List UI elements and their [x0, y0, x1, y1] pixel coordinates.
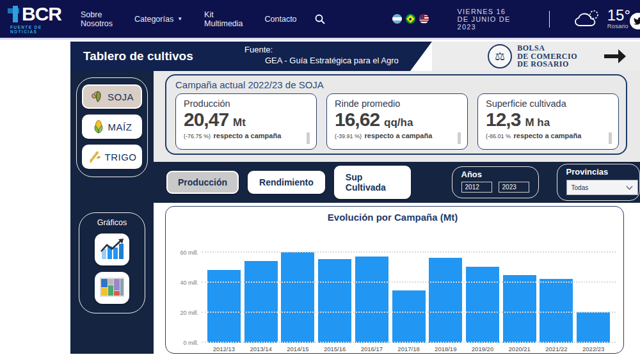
kpi-delta: (-76.75 %) respecto a campaña 21/22 [184, 131, 308, 141]
chart-bar-column [279, 233, 316, 343]
kpi-card-rinde: Rinde promedio 16,62 qq/ha (-39.91 %) re… [326, 93, 468, 150]
brazil-flag-icon[interactable] [406, 14, 415, 24]
weather-city: Rosario [607, 22, 628, 29]
dashboard-header-band: Tablero de cultivos Fuente: GEA - Guía E… [70, 42, 432, 71]
crop-dashboard: Tablero de cultivos Fuente: GEA - Guía E… [70, 42, 640, 358]
top-nav: BCR FUENTE DE NOTICIAS Sobre Nosotros Ca… [0, 0, 640, 40]
crop-button-maiz[interactable]: MAÍZ [82, 115, 142, 139]
tab-produccion[interactable]: Producción [166, 171, 239, 194]
source-label: Fuente: [244, 44, 399, 55]
nav-item-sobre-nosotros[interactable]: Sobre Nosotros [81, 10, 113, 28]
source-value: GEA - Guía Estratégica para el Agro [265, 55, 399, 66]
chart-bar-column [464, 233, 501, 343]
nav-item-kit-multimedia[interactable]: Kit Multimedia [204, 10, 243, 28]
usa-flag-icon[interactable] [419, 14, 429, 24]
chart-bar-column [427, 233, 464, 343]
card-scrollbar[interactable] [458, 132, 461, 144]
dashboard-title: Tablero de cultivos [83, 49, 193, 63]
chart-bar-column [538, 233, 575, 343]
nav-divider [549, 11, 550, 28]
y-tick-label: 0 mill. [183, 340, 198, 346]
tab-rendimiento[interactable]: Rendimiento [248, 171, 325, 194]
bar-chart-icon [99, 237, 125, 262]
x-tick-label: 2015/16 [316, 345, 353, 352]
chart-bar-column [390, 233, 428, 343]
x-tick-label: 2016/17 [353, 345, 390, 352]
controls-band: Producción Rendimiento Sup Cultivada Año… [154, 162, 640, 203]
chart-bar[interactable] [466, 267, 499, 343]
chart-bar[interactable] [281, 252, 314, 343]
year-from-input[interactable] [461, 182, 492, 193]
corn-icon [92, 120, 105, 134]
treemap-icon [99, 276, 125, 299]
card-scrollbar[interactable] [307, 132, 310, 144]
kpi-delta: (-86.01 % respecto a campaña 21/22 [486, 131, 611, 141]
chart-bar[interactable] [392, 290, 426, 343]
years-filter: Años [452, 166, 539, 198]
nav-item-categorias[interactable]: Categorías ▼ [134, 15, 182, 24]
chart-bar[interactable] [318, 259, 351, 343]
kpi-value: 12,3 [486, 110, 520, 129]
x-tick-label: 2012/13 [205, 345, 243, 352]
chart-bar-column [575, 233, 612, 343]
bcr-org-logo: ⚖ BOLSA DE COMERCIO DE ROSARIO [488, 44, 577, 68]
kpi-unit: qq/ha [384, 116, 413, 129]
chart-bar[interactable] [503, 275, 536, 343]
bcr-logo[interactable]: BCR FUENTE DE NOTICIAS [8, 4, 61, 34]
bar-chart-view-button[interactable] [95, 233, 129, 265]
treemap-view-button[interactable] [95, 272, 129, 304]
chevron-down-icon [626, 186, 633, 190]
twitter-icon[interactable] [630, 13, 640, 29]
crop-sidebar: SOJA MAÍZ [70, 71, 154, 354]
x-tick-label: 2020/21 [501, 345, 538, 352]
chart-x-axis: 2012/132013/142014/152015/162016/172017/… [205, 345, 612, 352]
chevron-down-icon: ▼ [177, 16, 182, 22]
years-label: Años [461, 170, 529, 179]
dashboard-header: Tablero de cultivos Fuente: GEA - Guía E… [70, 42, 640, 71]
x-tick-label: 2014/15 [279, 345, 316, 352]
next-arrow-icon[interactable] [604, 49, 626, 63]
weather-temp: 15° [607, 8, 630, 22]
nav-date: VIERNES 16 DE JUNIO DE 2023 [458, 8, 518, 31]
provinces-filter: Provincias Todas [557, 164, 640, 201]
nav-item-contacto[interactable]: Contacto [265, 15, 297, 24]
chart-card: Evolución por Campaña (Mt) 0 mill.20 mil… [165, 206, 624, 354]
bcr-seal-icon: ⚖ [488, 44, 512, 68]
graficos-group: Gráficos [79, 212, 145, 313]
chart-plot [202, 233, 616, 343]
crop-button-soja[interactable]: SOJA [82, 84, 142, 109]
tab-sup-cultivada[interactable]: Sup Cultivada [334, 166, 411, 199]
crop-button-trigo[interactable]: TRIGO [82, 145, 142, 169]
card-scrollbar[interactable] [609, 132, 612, 144]
nav-menu: Sobre Nosotros Categorías ▼ Kit Multimed… [81, 10, 297, 28]
provinces-dropdown[interactable]: Todas [566, 180, 638, 195]
y-tick-label: 20 mill. [180, 310, 198, 316]
chart-bar-column [243, 233, 280, 343]
bcr-logo-mark-icon [8, 4, 20, 24]
kpi-value: 20,47 [184, 110, 228, 129]
x-tick-label: 2022/23 [575, 345, 612, 352]
kpi-value: 16,62 [335, 110, 380, 129]
chart-section: Evolución por Campaña (Mt) 0 mill.20 mil… [154, 203, 640, 354]
year-to-input[interactable] [499, 182, 529, 193]
kpi-card-superficie: Superficie cultivada 12,3 M ha (-86.01 %… [477, 93, 619, 150]
dashboard-source: Fuente: GEA - Guía Estratégica para el A… [244, 44, 399, 66]
chart-bar[interactable] [244, 261, 278, 343]
chart-bar[interactable] [429, 258, 462, 343]
graficos-label: Gráficos [97, 218, 127, 227]
dashboard-header-right: ⚖ BOLSA DE COMERCIO DE ROSARIO [432, 42, 640, 71]
x-tick-label: 2018/19 [427, 345, 464, 352]
chart-bar[interactable] [577, 312, 610, 343]
summary-section: Campaña actual 2022/23 de SOJA Producció… [154, 71, 640, 162]
y-tick-label: 60 mill. [180, 249, 198, 256]
crop-selector-group: SOJA MAÍZ [76, 77, 148, 177]
kpi-card-produccion: Producción 20,47 Mt (-76.75 %) respecto … [175, 93, 317, 150]
chart-y-axis: 0 mill.20 mill.40 mill.60 mill. [170, 233, 202, 343]
chart-bar[interactable] [355, 257, 388, 343]
chart-bars [205, 233, 612, 343]
search-icon[interactable] [315, 14, 325, 24]
x-tick-label: 2013/14 [243, 345, 280, 352]
bcr-logo-subtitle: FUENTE DE NOTICIAS [10, 25, 61, 34]
argentina-flag-icon[interactable] [392, 14, 402, 24]
x-tick-label: 2017/18 [390, 345, 428, 352]
